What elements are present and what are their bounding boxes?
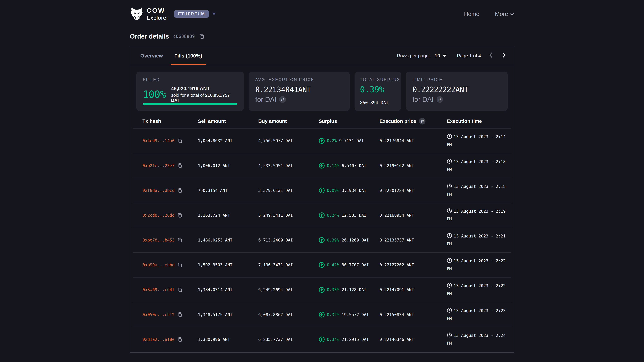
copy-icon: [178, 213, 182, 218]
clock-icon: [447, 333, 454, 338]
tx-hash-link[interactable]: 0x2cd0...26dd: [142, 213, 174, 218]
brand-logo[interactable]: COW Explorer: [130, 7, 168, 21]
surplus-amount: 21.2915 DAI: [342, 337, 369, 342]
copy-tx-button[interactable]: [178, 263, 182, 267]
surplus-amount: 26.1269 DAI: [342, 238, 369, 243]
tx-hash-link[interactable]: 0xb99a...ebbd: [142, 263, 174, 267]
execution-time: 13 August 2023 - 2:24 PM: [447, 332, 508, 347]
page-title-row: Order details c0688a39: [130, 33, 514, 40]
table-header-row: Tx hash Sell amount Buy amount Surplus E…: [133, 114, 512, 128]
tx-hash-link[interactable]: 0xd1a2...a18e: [142, 337, 174, 342]
surplus-amount: 19.5572 DAI: [342, 312, 369, 317]
col-execution-time: Execution time: [447, 118, 508, 124]
network-selector[interactable]: ETHEREUM: [174, 10, 216, 17]
surplus-amount: 21.128 DAI: [342, 287, 366, 292]
brand-name: COW: [146, 7, 168, 14]
copy-tx-button[interactable]: [178, 163, 182, 168]
invert-price-icon[interactable]: ⇄: [279, 96, 286, 103]
clock-icon: [447, 209, 454, 214]
next-page-button[interactable]: [501, 52, 507, 60]
buy-amount: 6,087.8862 DAI: [258, 312, 319, 317]
arrow-up-circle-icon: [319, 237, 325, 243]
arrow-up-circle-icon: [319, 187, 325, 194]
rows-per-page-select[interactable]: 10: [435, 53, 446, 58]
surplus-percent: 0.34%: [327, 337, 339, 342]
fills-table: Tx hash Sell amount Buy amount Surplus E…: [133, 114, 512, 353]
filled-total-line: sold for a total of 216,951.757 DAI: [171, 93, 237, 103]
col-tx-hash: Tx hash: [142, 118, 198, 124]
copy-tx-button[interactable]: [178, 238, 182, 243]
arrow-up-circle-icon: [319, 262, 325, 268]
tx-hash-link[interactable]: 0xf8da...dbcd: [142, 188, 174, 193]
surplus-amount: 30.7707 DAI: [342, 263, 369, 267]
copy-tx-button[interactable]: [178, 312, 182, 317]
tx-hash-link[interactable]: 0x3a69...cd4f: [142, 287, 174, 292]
table-row: 0x4ed9...14a0 1,054.8632 ANT 4,756.5977 …: [133, 128, 512, 153]
clock-icon: [447, 234, 454, 239]
filled-progress-bar: [143, 103, 237, 105]
chevron-left-icon: [488, 52, 494, 60]
surplus-amount: 6.5407 DAI: [342, 163, 366, 168]
copy-tx-button[interactable]: [178, 188, 182, 193]
sell-amount: 1,163.724 ANT: [198, 213, 258, 218]
execution-time: 13 August 2023 - 2:14 PM: [447, 133, 508, 148]
copy-tx-button[interactable]: [178, 138, 182, 143]
clock-icon: [447, 258, 454, 263]
nav-home[interactable]: Home: [464, 11, 479, 17]
cow-explorer-app: COW Explorer ETHEREUM Home More Ord: [0, 0, 644, 362]
invert-price-icon[interactable]: ⇄: [419, 118, 426, 124]
network-badge[interactable]: ETHEREUM: [174, 10, 209, 17]
surplus-cell: 0.32% 19.5572 DAI: [319, 312, 379, 318]
execution-time-text: 13 August 2023 - 2:22 PM: [447, 283, 506, 296]
tx-hash-link[interactable]: 0xbe78...b453: [142, 238, 174, 243]
arrow-up-circle-icon: [319, 163, 325, 169]
order-details-page: Order details c0688a39 Overview Fills (1…: [130, 33, 514, 353]
tx-hash-link[interactable]: 0x050e...cbf2: [142, 312, 174, 317]
tx-hash-link[interactable]: 0x4ed9...14a0: [142, 138, 174, 143]
surplus-percent: 0.14%: [327, 163, 339, 168]
buy-amount: 6,249.2694 DAI: [258, 287, 319, 292]
execution-time: 13 August 2023 - 2:21 PM: [447, 232, 508, 248]
copy-tx-button[interactable]: [178, 337, 182, 342]
buy-amount: 5,249.3411 DAI: [258, 213, 319, 218]
copy-order-hash-button[interactable]: [199, 34, 204, 39]
copy-tx-button[interactable]: [178, 287, 182, 292]
execution-price: 0.22135737 ANT: [379, 238, 447, 243]
execution-time-text: 13 August 2023 - 2:18 PM: [447, 184, 506, 197]
execution-price: 0.22190162 ANT: [379, 163, 447, 168]
tab-bar: Overview Fills (100%) Rows per page: 10 …: [130, 47, 514, 65]
copy-icon: [178, 337, 182, 342]
invert-price-icon[interactable]: ⇄: [436, 96, 443, 103]
avg-price-unit: for DAI: [255, 95, 276, 103]
col-surplus: Surplus: [319, 118, 379, 124]
execution-time-text: 13 August 2023 - 2:23 PM: [447, 308, 506, 321]
nav-more[interactable]: More: [495, 11, 514, 17]
filled-sold-amount: 48,020.1919 ANT: [171, 86, 237, 91]
copy-icon: [178, 163, 182, 168]
arrow-up-circle-icon: [319, 336, 325, 343]
table-row: 0xb99a...ebbd 1,592.3503 ANT 7,196.3471 …: [133, 252, 512, 277]
table-row: 0x050e...cbf2 1,348.5175 ANT 6,087.8862 …: [133, 302, 512, 327]
execution-time-text: 13 August 2023 - 2:24 PM: [447, 333, 506, 346]
execution-time: 13 August 2023 - 2:18 PM: [447, 183, 508, 198]
sell-amount: 1,486.0253 ANT: [198, 238, 258, 243]
buy-amount: 6,713.2409 DAI: [258, 238, 319, 243]
clock-icon: [447, 184, 454, 189]
copy-icon: [178, 138, 182, 143]
copy-tx-button[interactable]: [178, 213, 182, 218]
total-surplus-label: TOTAL SURPLUS: [360, 77, 396, 82]
tab-fills[interactable]: Fills (100%): [171, 47, 206, 65]
execution-price: 0.22168954 ANT: [379, 213, 447, 218]
clock-icon: [447, 134, 454, 139]
buy-amount: 7,196.3471 DAI: [258, 263, 319, 267]
previous-page-button[interactable]: [488, 52, 494, 60]
table-row: 0xf8da...dbcd 750.3154 ANT 3,379.6131 DA…: [133, 178, 512, 203]
tx-hash-link[interactable]: 0xb21e...23e7: [142, 163, 174, 168]
execution-time-text: 13 August 2023 - 2:14 PM: [447, 134, 506, 147]
chevron-down-icon: [510, 11, 514, 17]
brand-subtitle: Explorer: [146, 15, 168, 21]
copy-icon: [178, 287, 182, 292]
tab-overview[interactable]: Overview: [137, 47, 166, 65]
execution-time: 13 August 2023 - 2:22 PM: [447, 257, 508, 273]
sell-amount: 750.3154 ANT: [198, 188, 258, 193]
